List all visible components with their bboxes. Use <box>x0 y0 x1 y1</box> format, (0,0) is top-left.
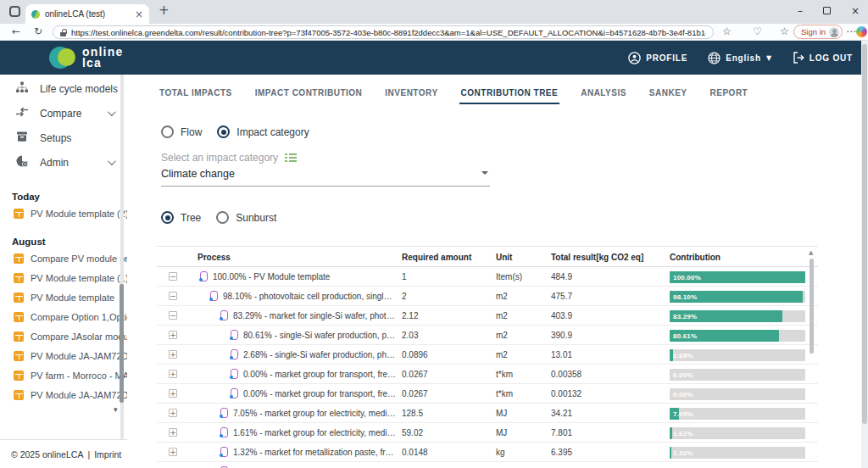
history-item[interactable]: PV Module template <box>0 287 127 307</box>
radio-tree[interactable]: Tree <box>161 211 201 224</box>
contribution-percentage: 0.00% <box>673 391 693 398</box>
sidebar-item-admin[interactable]: Admin <box>0 150 127 175</box>
tab-close-icon[interactable]: × <box>135 8 143 20</box>
tab-sankey[interactable]: SANKEY <box>649 88 687 104</box>
history-item[interactable]: Compare Option 1,Optio <box>0 307 127 326</box>
close-button[interactable]: × <box>851 5 860 17</box>
radio-label: Flow <box>181 126 202 138</box>
sidebar-scrollbar[interactable] <box>120 75 124 439</box>
cell-total: 13.01 <box>551 350 572 359</box>
impact-category-select[interactable]: Climate change <box>161 168 490 187</box>
address-bar[interactable]: https://test.onlinelca.greendelta.com/re… <box>53 25 714 39</box>
tab-actions-icon[interactable] <box>9 6 20 17</box>
radio-unselected-icon[interactable] <box>216 211 229 224</box>
browser-tab[interactable]: onlineLCA (test) × <box>25 4 149 24</box>
impact-category-picker[interactable]: Select an impact category <box>161 152 297 164</box>
history-item[interactable]: PV Module JA-JAM72D1 <box>0 346 127 365</box>
refresh-icon[interactable]: ↻ <box>34 25 42 37</box>
contribution-bar: 80.61% <box>670 330 805 342</box>
expand-icon[interactable]: + <box>169 350 177 359</box>
history-item[interactable]: PV farm - Morroco - MA <box>0 365 127 385</box>
favorites-star-icon[interactable]: ☆ <box>722 25 732 37</box>
table-row[interactable]: +7.05% - market group for electricity, m… <box>157 404 818 423</box>
cell-total: 0.00358 <box>551 370 581 379</box>
browser-essentials-icon[interactable]: ♡ <box>753 25 762 37</box>
table-row[interactable]: −98.10% - photovoltaic cell production, … <box>157 287 818 306</box>
collapse-icon[interactable]: − <box>169 311 177 320</box>
language-selector[interactable]: English ▼ <box>708 52 772 64</box>
sidebar-item-life-cycle-models[interactable]: Life cycle models <box>0 76 127 101</box>
favorites-bar-icon[interactable]: ☆ <box>780 25 789 37</box>
history-item[interactable]: PV Module JA-JAM72D1 <box>0 385 127 404</box>
tab-inventory[interactable]: INVENTORY <box>385 88 437 104</box>
tab-impact-contribution[interactable]: IMPACT CONTRIBUTION <box>255 88 363 104</box>
column-header-process: Process <box>198 253 231 262</box>
history-group-title: August <box>12 237 127 247</box>
table-row[interactable]: +2.68% - single-Si wafer production, pho… <box>157 345 818 365</box>
profile-button[interactable]: PROFILE <box>628 52 687 64</box>
expand-icon[interactable]: + <box>169 448 177 456</box>
history-item[interactable]: PV Module template (2) <box>0 203 127 223</box>
list-scroll-down-icon[interactable]: ▾ <box>114 405 118 414</box>
history-item[interactable]: PV Module template (1) <box>0 268 127 287</box>
table-row[interactable] <box>157 462 818 468</box>
collapse-icon[interactable]: − <box>169 272 177 281</box>
copilot-icon[interactable] <box>856 26 867 37</box>
back-icon[interactable]: ← <box>12 25 20 37</box>
chevron-down-icon <box>108 108 116 116</box>
table-header: ProcessRequired amountUnitTotal result[k… <box>157 247 818 267</box>
table-row[interactable]: +0.00% - market group for transport, fre… <box>157 365 818 384</box>
url-text[interactable]: https://test.onlinelca.greendelta.com/re… <box>71 28 706 37</box>
table-row[interactable]: +1.61% - market group for electricity, m… <box>157 423 818 443</box>
radio-unselected-icon[interactable] <box>161 125 174 138</box>
tab-report[interactable]: REPORT <box>710 88 748 104</box>
collapse-icon[interactable]: − <box>169 292 177 300</box>
logout-button[interactable]: LOG OUT <box>793 52 853 64</box>
expand-icon[interactable]: + <box>169 331 177 339</box>
onlinelca-logo[interactable] <box>49 46 78 70</box>
table-row[interactable]: +80.61% - single-Si wafer production, ph… <box>157 326 818 345</box>
table-row[interactable]: −83.29% - market for single-Si wafer, ph… <box>157 306 818 326</box>
column-header-total-result-kg-co2-eq: Total result[kg CO2 eq] <box>551 253 643 262</box>
history-item[interactable]: Compare PV module pro <box>0 248 127 268</box>
new-tab-button[interactable]: + <box>159 3 170 18</box>
radio-selected-icon[interactable] <box>217 125 230 138</box>
restore-button[interactable] <box>823 5 831 17</box>
history-item[interactable]: Compare JAsolar modul <box>0 326 127 346</box>
minimize-button[interactable]: – <box>798 5 803 17</box>
tab-analysis[interactable]: ANALYSIS <box>581 88 626 104</box>
cell-amount: 1 <box>402 272 407 281</box>
cell-unit: m2 <box>496 311 508 320</box>
sidebar-item-setups[interactable]: Setups <box>0 125 127 150</box>
imprint-link[interactable]: Imprint <box>94 449 121 460</box>
sidebar-item-compare[interactable]: Compare <box>0 101 127 125</box>
onlinelca-favicon <box>31 10 40 19</box>
table-row[interactable]: −100.00% - PV Module template1Item(s)484… <box>157 267 818 287</box>
contribution-percentage: 1.61% <box>673 430 693 437</box>
window-controls: – × <box>798 0 860 22</box>
expand-icon[interactable]: + <box>169 370 177 378</box>
table-scrollbar[interactable]: ▲ <box>809 248 815 468</box>
expand-icon[interactable]: + <box>169 428 177 437</box>
radio-selected-icon[interactable] <box>161 211 174 224</box>
expand-icon[interactable]: + <box>169 389 177 398</box>
radio-label: Sunburst <box>236 212 276 224</box>
radio-flow[interactable]: Flow <box>161 125 202 138</box>
tab-contribution-tree[interactable]: CONTRIBUTION TREE <box>461 88 559 104</box>
cell-amount: 128.5 <box>402 409 423 418</box>
radio-label: Tree <box>181 212 201 224</box>
table-row[interactable]: +0.00% - market group for transport, fre… <box>157 384 818 404</box>
mode-radio-group: FlowImpact category <box>161 125 309 138</box>
tab-total-impacts[interactable]: TOTAL IMPACTS <box>159 88 232 104</box>
cell-total: 7.801 <box>551 428 572 437</box>
page-scrollbar[interactable] <box>861 41 868 468</box>
expand-icon[interactable]: + <box>169 409 177 417</box>
impact-category-list-icon[interactable] <box>285 153 297 163</box>
radio-impact-category[interactable]: Impact category <box>217 125 309 138</box>
more-menu-icon[interactable]: ⋯ <box>846 25 856 37</box>
radio-sunburst[interactable]: Sunburst <box>216 211 276 224</box>
model-icon <box>14 332 24 342</box>
cell-amount: 59.02 <box>402 428 423 437</box>
table-row[interactable]: +1.32% - market for metallization paste,… <box>157 443 818 462</box>
sign-in-button[interactable]: Sign in <box>793 25 843 39</box>
